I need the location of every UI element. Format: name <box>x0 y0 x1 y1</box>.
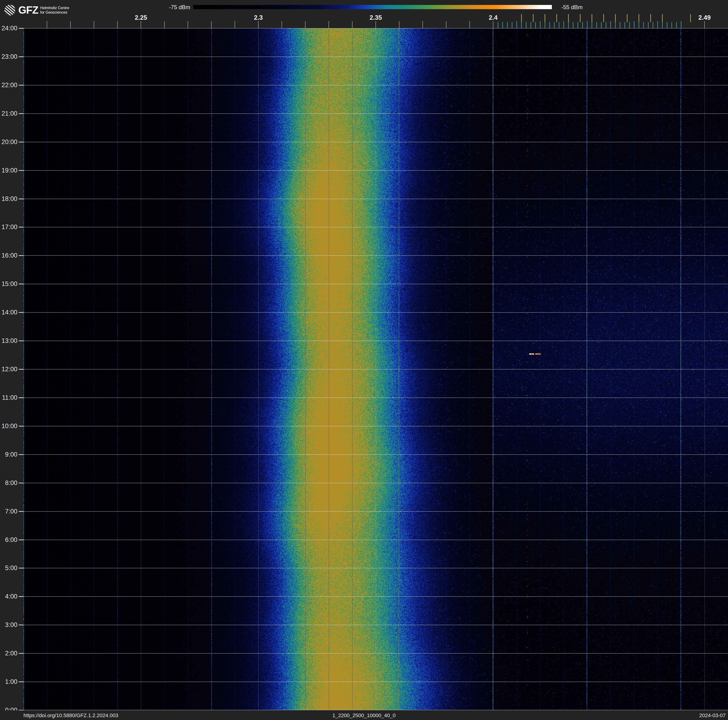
hour-tick-dash <box>19 142 23 142</box>
hour-tick-dash <box>19 28 23 29</box>
hour-label: 23:00 <box>0 53 17 60</box>
hour-tick-dash <box>19 568 23 568</box>
frequency-tick-label: 2.3 <box>244 14 272 21</box>
frequency-minor-tick <box>493 21 493 28</box>
hour-tick-dash <box>19 57 23 57</box>
burst-event <box>529 354 534 355</box>
burst-event <box>535 354 541 355</box>
hour-label: 17:00 <box>0 223 17 231</box>
wifi-channel-tick <box>544 14 545 22</box>
frequency-minor-tick <box>47 21 47 28</box>
hour-label: 15:00 <box>0 280 17 288</box>
hour-label: 10:00 <box>0 422 17 430</box>
hour-label: 18:00 <box>0 195 17 202</box>
hour-gridline <box>23 682 728 682</box>
hour-label: 12:00 <box>0 365 17 373</box>
wifi-channel-tick <box>603 14 604 22</box>
hour-gridline <box>23 511 728 512</box>
hour-gridline <box>23 113 728 114</box>
frequency-tick-label: 2.25 <box>127 14 155 21</box>
frequency-minor-tick <box>141 21 141 28</box>
hour-label: 2:00 <box>0 650 17 657</box>
hour-gridline <box>23 710 728 710</box>
hour-tick-dash <box>19 653 23 654</box>
hour-label: 24:00 <box>0 25 17 32</box>
hour-tick-dash <box>19 454 23 455</box>
wifi-channel-tick <box>650 14 651 22</box>
hour-tick-dash <box>19 483 23 483</box>
hour-label: 16:00 <box>0 252 17 259</box>
hour-gridline <box>23 284 728 284</box>
wifi-channel-tick <box>639 14 639 22</box>
hour-label: 13:00 <box>0 337 17 345</box>
hour-label: 19:00 <box>0 167 17 174</box>
hour-label: 7:00 <box>0 507 17 515</box>
wifi-channel-tick <box>533 14 534 22</box>
frequency-minor-tick <box>211 21 212 28</box>
hour-tick-dash <box>19 511 23 512</box>
frequency-minor-tick <box>188 21 188 28</box>
date-label: 2024-03-07 <box>699 712 726 718</box>
frequency-minor-tick <box>235 21 235 28</box>
hour-label: 20:00 <box>0 138 17 146</box>
hour-gridline <box>23 227 728 227</box>
frequency-minor-tick <box>446 21 447 28</box>
frequency-axis: 2.252.32.352.42.49 <box>0 0 728 28</box>
frequency-minor-tick <box>352 21 352 28</box>
hour-gridline <box>23 199 728 199</box>
hour-gridline <box>23 369 728 369</box>
hour-tick-dash <box>19 255 23 256</box>
frequency-minor-tick <box>258 21 258 28</box>
wifi-channel-tick <box>615 14 616 22</box>
hour-gridline <box>23 483 728 483</box>
hour-gridline <box>23 312 728 313</box>
hour-gridline <box>23 426 728 426</box>
hour-tick-dash <box>19 170 23 171</box>
frequency-minor-tick <box>422 21 423 28</box>
frequency-minor-tick <box>70 21 71 28</box>
footer: https://doi.org/10.5880/GFZ.1.2.2024.003… <box>0 710 728 720</box>
dataset-label: 1_2200_2500_10000_40_0 <box>0 712 728 718</box>
wifi-channel-tick <box>580 14 581 22</box>
hour-label: 8:00 <box>0 479 17 487</box>
hour-gridline <box>23 57 728 57</box>
hour-label: 3:00 <box>0 621 17 629</box>
wifi-channel-tick <box>556 14 557 22</box>
hour-tick-dash <box>19 426 23 426</box>
hour-tick-dash <box>19 85 23 86</box>
hour-gridline <box>23 653 728 654</box>
spectrogram-plot <box>23 28 728 710</box>
wifi-channel-tick <box>627 14 627 22</box>
frequency-minor-tick <box>376 21 376 28</box>
hour-gridline <box>23 341 728 341</box>
hour-label: 22:00 <box>0 81 17 89</box>
time-axis: 24:0023:0022:0021:0020:0019:0018:0017:00… <box>0 28 23 710</box>
hour-tick-dash <box>19 397 23 398</box>
hour-label: 4:00 <box>0 593 17 600</box>
wifi-channel-tick <box>568 14 569 22</box>
hour-tick-dash <box>19 283 23 284</box>
wifi-channel-tick <box>662 14 663 22</box>
hour-label: 11:00 <box>0 394 17 401</box>
hour-tick-dash <box>19 113 23 114</box>
spectrogram-monitor-page: GFZ Helmholtz Centre for Geosciences -75… <box>0 0 728 720</box>
hour-label: 5:00 <box>0 564 17 572</box>
hour-gridline <box>23 170 728 171</box>
hour-label: 9:00 <box>0 451 17 458</box>
frequency-tick-label: 2.49 <box>690 14 719 21</box>
frequency-tick-label: 2.4 <box>479 14 507 21</box>
hour-label: 1:00 <box>0 678 17 685</box>
hour-gridline <box>23 596 728 597</box>
hour-label: 21:00 <box>0 110 17 117</box>
hour-tick-dash <box>19 682 23 682</box>
frequency-minor-tick <box>329 21 329 28</box>
hour-tick-dash <box>19 227 23 227</box>
frequency-minor-tick <box>305 21 306 28</box>
frequency-minor-tick <box>94 21 94 28</box>
hour-tick-dash <box>19 625 23 625</box>
hour-tick-dash <box>19 312 23 313</box>
hour-tick-dash <box>19 199 23 199</box>
frequency-minor-tick <box>470 21 470 28</box>
frequency-minor-tick <box>164 21 165 28</box>
frequency-minor-tick <box>281 21 282 28</box>
